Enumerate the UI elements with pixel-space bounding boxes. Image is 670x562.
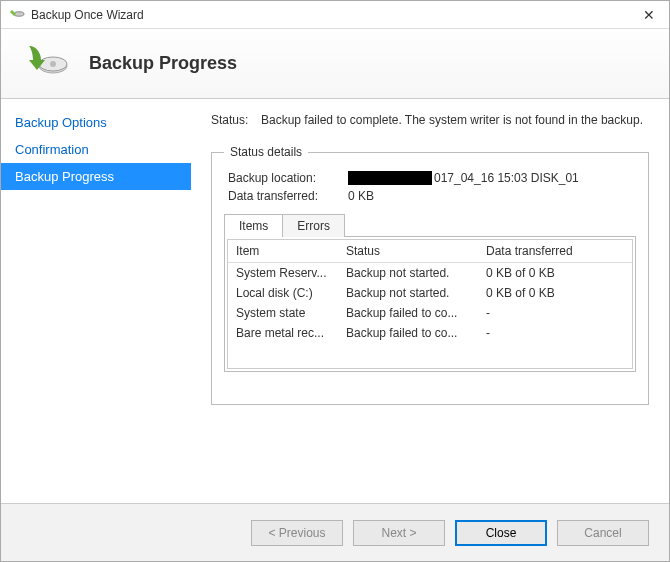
backup-progress-icon [21,40,69,88]
backup-location-suffix: 017_04_16 15:03 DISK_01 [434,171,579,185]
title-bar: Backup Once Wizard ✕ [1,1,669,29]
wizard-window: Backup Once Wizard ✕ Backup Progress Bac… [0,0,670,562]
table-header-row: Item Status Data transferred [228,240,632,263]
app-icon [9,7,25,23]
redacted-block [348,171,432,185]
data-transferred-label: Data transferred: [228,189,348,203]
data-transferred-value: 0 KB [348,189,636,203]
cell-item: System Reserv... [228,263,338,284]
content-pane: Status: Backup failed to complete. The s… [191,99,669,503]
cell-transferred: - [478,303,632,323]
sidebar: Backup Options Confirmation Backup Progr… [1,99,191,503]
status-details-legend: Status details [224,145,308,159]
cell-status: Backup not started. [338,263,478,284]
page-title: Backup Progress [89,53,237,74]
close-button[interactable]: Close [455,520,547,546]
window-title: Backup Once Wizard [31,8,637,22]
sidebar-item-backup-progress[interactable]: Backup Progress [1,163,191,190]
items-table-frame: Item Status Data transferred System Rese… [224,236,636,372]
col-item: Item [228,240,338,263]
status-message: Backup failed to complete. The system wr… [261,113,649,127]
cell-transferred: - [478,323,632,343]
status-details-group: Status details Backup location: 017_04_1… [211,145,649,405]
backup-location-row: Backup location: 017_04_16 15:03 DISK_01 [224,171,636,185]
cell-transferred: 0 KB of 0 KB [478,283,632,303]
cell-status: Backup failed to co... [338,323,478,343]
svg-point-3 [50,61,56,67]
col-status: Status [338,240,478,263]
cell-item: Local disk (C:) [228,283,338,303]
table-row: System Reserv... Backup not started. 0 K… [228,263,632,284]
cancel-button: Cancel [557,520,649,546]
backup-location-label: Backup location: [228,171,348,185]
col-transferred: Data transferred [478,240,632,263]
next-button: Next > [353,520,445,546]
body-area: Backup Options Confirmation Backup Progr… [1,99,669,503]
cell-item: System state [228,303,338,323]
table-row: Bare metal rec... Backup failed to co...… [228,323,632,343]
previous-button: < Previous [251,520,343,546]
tab-errors[interactable]: Errors [282,214,345,237]
tabstrip: Items Errors [224,213,636,236]
sidebar-item-backup-options[interactable]: Backup Options [1,109,191,136]
cell-status: Backup failed to co... [338,303,478,323]
table-row: System state Backup failed to co... - [228,303,632,323]
sidebar-item-confirmation[interactable]: Confirmation [1,136,191,163]
status-label: Status: [211,113,261,127]
cell-status: Backup not started. [338,283,478,303]
close-icon[interactable]: ✕ [637,7,661,23]
header-band: Backup Progress [1,29,669,99]
data-transferred-row: Data transferred: 0 KB [224,189,636,203]
table-row: Local disk (C:) Backup not started. 0 KB… [228,283,632,303]
footer-buttons: < Previous Next > Close Cancel [1,503,669,561]
backup-location-value: 017_04_16 15:03 DISK_01 [348,171,636,185]
tab-items[interactable]: Items [224,214,283,237]
cell-transferred: 0 KB of 0 KB [478,263,632,284]
status-line: Status: Backup failed to complete. The s… [211,113,649,127]
cell-item: Bare metal rec... [228,323,338,343]
items-table: Item Status Data transferred System Rese… [228,240,632,343]
